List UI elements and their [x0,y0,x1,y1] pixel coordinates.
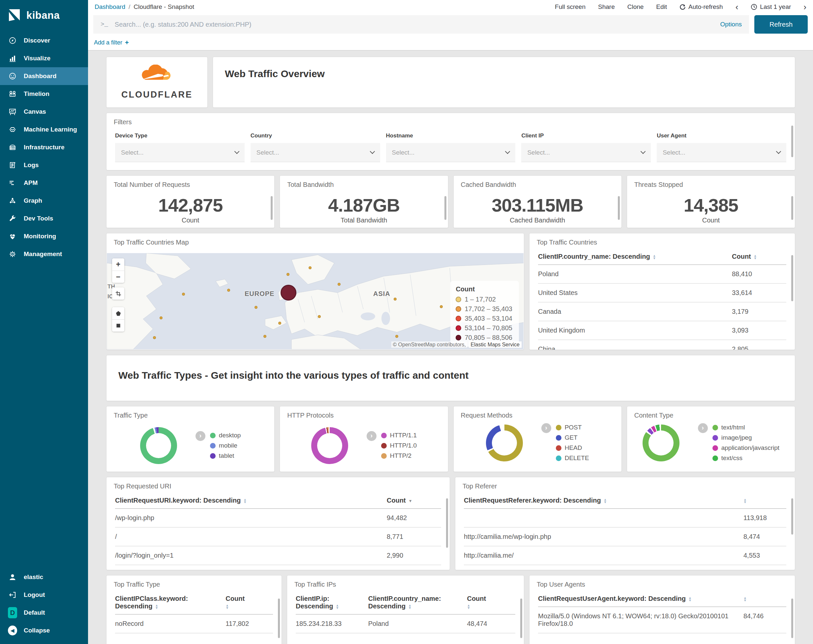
scrollbar-thumb[interactable] [791,196,793,220]
scrollbar-thumb[interactable] [791,255,793,301]
map-data-point[interactable] [153,336,156,339]
legend-item[interactable]: text/html [712,424,779,431]
scrollbar-thumb[interactable] [278,598,280,638]
legend-expand-icon[interactable] [367,431,376,441]
map-data-point[interactable] [337,283,341,286]
scrollbar-thumb[interactable] [445,196,446,220]
sidebar-item-user[interactable]: elastic [0,568,88,586]
content-type-donut[interactable] [643,425,680,462]
full-screen-button[interactable]: Full screen [555,3,586,11]
search-box[interactable]: >_ Options [93,15,749,34]
options-link[interactable]: Options [720,21,742,28]
sidebar-item-dashboard[interactable]: Dashboard [0,67,88,85]
sidebar-item-apm[interactable]: APM [0,174,88,192]
search-input[interactable] [115,21,714,28]
client-ip-select[interactable]: Select... [521,143,651,162]
country-select[interactable]: Select... [250,143,380,162]
sidebar-item-visualize[interactable]: Visualize [0,49,88,67]
map-data-point[interactable] [255,306,258,309]
rectangle-tool-icon[interactable] [112,319,124,331]
add-filter-button[interactable]: Add a filter + [88,35,813,51]
sidebar-item-discover[interactable]: Discover [0,32,88,49]
legend-item[interactable]: mobile [210,442,241,449]
column-header-ip[interactable]: ClientIP.ip: Descending [296,590,368,614]
scrollbar-thumb[interactable] [618,196,620,220]
legend-expand-icon[interactable] [541,423,551,433]
polygon-tool-icon[interactable] [112,307,124,319]
fit-bounds-icon[interactable] [112,287,124,300]
legend-expand-icon[interactable] [698,423,708,433]
legend-item[interactable]: HTTP/2 [381,452,417,460]
time-back-button[interactable]: ‹ [736,3,738,11]
column-header-count[interactable]: Count [225,590,273,614]
sidebar-item-graph[interactable]: Graph [0,192,88,210]
legend-expand-icon[interactable] [195,431,206,441]
sidebar-item-default-space[interactable]: D Default [0,604,88,622]
edit-button[interactable]: Edit [656,3,667,11]
auto-refresh-button[interactable]: Auto-refresh [680,3,723,11]
http-protocols-donut[interactable] [311,427,348,464]
scrollbar-thumb[interactable] [271,196,273,220]
column-header-class[interactable]: ClientIPClass.keyword: Descending [115,590,225,614]
sidebar-item-collapse[interactable]: ◀ Collapse [0,622,88,639]
time-forward-button[interactable]: › [804,3,807,11]
column-header-user-agent[interactable]: ClientRequestUserAgent.keyword: Descendi… [538,590,744,607]
legend-item[interactable]: application/javascript [712,444,779,452]
legend-item[interactable]: GET [556,434,589,441]
column-header-uri[interactable]: ClientRequestURI.keyword: Descending [115,491,387,509]
world-map[interactable]: TH IC EUROPE ASIA [107,253,523,350]
legend-item[interactable]: POST [556,424,589,431]
request-methods-donut[interactable] [486,425,523,462]
sidebar-item-dev-tools[interactable]: Dev Tools [0,210,88,227]
scrollbar-thumb[interactable] [791,498,793,535]
map-data-point[interactable] [182,293,185,296]
column-header-count[interactable] [744,590,786,607]
zoom-in-button[interactable]: + [112,258,124,271]
kibana-logo[interactable]: kibana [0,0,88,30]
map-data-point[interactable] [278,322,281,325]
clone-button[interactable]: Clone [627,3,644,11]
map-data-point[interactable] [264,335,266,338]
zoom-out-button[interactable]: − [112,271,124,283]
map-data-point[interactable] [227,289,230,292]
scrollbar-thumb[interactable] [791,126,793,157]
share-button[interactable]: Share [598,3,615,11]
refresh-button[interactable]: Refresh [754,15,808,34]
legend-item[interactable]: image/jpeg [712,434,779,441]
sidebar-item-logs[interactable]: Logs [0,156,88,174]
legend-item[interactable]: HTTP/1.1 [381,432,417,439]
scrollbar-thumb[interactable] [520,598,522,638]
column-header-country[interactable]: ClientIP.country_name: Descending [538,247,732,265]
column-header-country[interactable]: ClientIP.country_name: Descending [368,590,467,614]
map-data-point[interactable] [287,273,290,276]
map-data-point[interactable] [395,335,398,338]
column-header-count[interactable]: Count [732,247,786,265]
sidebar-item-management[interactable]: Management [0,245,88,263]
map-data-point[interactable] [394,297,397,301]
legend-item[interactable]: HTTP/1.0 [381,442,417,449]
map-data-point[interactable] [318,315,321,318]
sidebar-item-logout[interactable]: Logout [0,586,88,604]
legend-item[interactable]: text/css [712,454,779,462]
sidebar-item-machine-learning[interactable]: Machine Learning [0,121,88,138]
map-data-point[interactable] [440,305,443,308]
sidebar-item-infrastructure[interactable]: Infrastructure [0,138,88,156]
traffic-type-donut[interactable] [140,427,177,464]
sidebar-item-timelion[interactable]: Timelion [0,85,88,103]
legend-item[interactable]: desktop [210,432,241,439]
legend-item[interactable]: tablet [210,452,241,460]
map-poland-bubble[interactable] [281,285,296,301]
breadcrumb-dashboard-link[interactable]: Dashboard [95,3,125,11]
device-type-select[interactable]: Select... [115,143,245,162]
legend-item[interactable]: DELETE [556,454,589,462]
column-header-referer[interactable]: ClientRequestReferer.keyword: Descending [464,491,744,509]
map-data-point[interactable] [160,316,163,319]
column-header-count[interactable] [744,491,786,509]
hostname-select[interactable]: Select... [386,143,515,162]
sidebar-item-monitoring[interactable]: Monitoring [0,227,88,245]
map-data-point[interactable] [308,266,311,269]
scrollbar-thumb[interactable] [791,598,793,638]
sidebar-item-canvas[interactable]: Canvas [0,103,88,121]
column-header-count[interactable]: Count [387,491,441,509]
legend-item[interactable]: HEAD [556,444,589,452]
